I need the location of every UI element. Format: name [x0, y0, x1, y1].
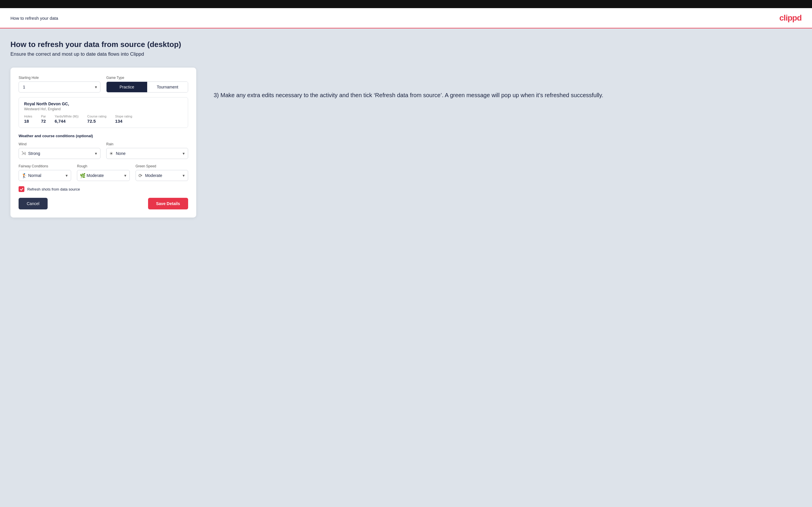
- slope-rating-value: 134: [115, 119, 133, 123]
- rain-label: Rain: [106, 142, 188, 146]
- fairway-group: Fairway Conditions 🏌 Normal Dry Wet: [18, 164, 71, 181]
- page-heading: How to refresh your data from source (de…: [10, 40, 802, 49]
- starting-hole-group: Starting Hole 1 10: [18, 76, 100, 93]
- course-stat-holes: Holes 18: [24, 115, 32, 123]
- weather-section-heading: Weather and course conditions (optional): [18, 134, 188, 138]
- refresh-checkbox[interactable]: [18, 186, 24, 192]
- starting-hole-label: Starting Hole: [18, 76, 100, 80]
- content-row: Starting Hole 1 10 Game Type Practice To…: [10, 68, 802, 218]
- course-rating-label: Course rating: [87, 115, 107, 118]
- wind-label: Wind: [18, 142, 100, 146]
- form-card: Starting Hole 1 10 Game Type Practice To…: [10, 68, 196, 218]
- rain-group: Rain ☀ None Light Moderate Heavy: [106, 142, 188, 159]
- yards-label: Yards/White (M)): [55, 115, 79, 118]
- course-location: Westward Ho!, England: [24, 107, 183, 111]
- refresh-checkbox-row: Refresh shots from data source: [18, 186, 188, 192]
- rough-select-wrapper: 🌿 Moderate Short Long: [77, 170, 130, 181]
- practice-button[interactable]: Practice: [107, 82, 147, 92]
- holes-label: Holes: [24, 115, 32, 118]
- course-stats: Holes 18 Par 72 Yards/White (M)) 6,744 C…: [24, 115, 183, 123]
- game-type-label: Game Type: [106, 76, 188, 80]
- refresh-checkbox-label: Refresh shots from data source: [27, 187, 80, 191]
- fairway-select-wrapper: 🏌 Normal Dry Wet: [18, 170, 71, 181]
- course-rating-value: 72.5: [87, 119, 107, 123]
- logo: clippd: [779, 13, 802, 22]
- green-speed-group: Green Speed ⟳ Moderate Slow Fast: [136, 164, 188, 181]
- save-button[interactable]: Save Details: [148, 198, 189, 210]
- green-speed-label: Green Speed: [136, 164, 188, 168]
- starting-hole-select[interactable]: 1 10: [18, 81, 100, 93]
- rain-select-wrapper: ☀ None Light Moderate Heavy: [106, 148, 188, 159]
- rain-select[interactable]: None Light Moderate Heavy: [106, 148, 188, 159]
- header-title: How to refresh your data: [10, 16, 58, 20]
- wind-rain-row: Wind 🌬 Strong None Light Moderate Rain: [18, 142, 188, 159]
- conditions-row: Fairway Conditions 🏌 Normal Dry Wet Roug…: [18, 164, 188, 181]
- holes-value: 18: [24, 119, 32, 123]
- course-stat-slope-rating: Slope rating 134: [115, 115, 133, 123]
- wind-select-wrapper: 🌬 Strong None Light Moderate: [18, 148, 100, 159]
- top-bar: [0, 0, 812, 8]
- instruction-text: 3) Make any extra edits necessary to the…: [214, 91, 802, 100]
- main-content: How to refresh your data from source (de…: [0, 29, 812, 507]
- wind-group: Wind 🌬 Strong None Light Moderate: [18, 142, 100, 159]
- rough-label: Rough: [77, 164, 130, 168]
- instruction-box: 3) Make any extra edits necessary to the…: [214, 68, 802, 100]
- rough-group: Rough 🌿 Moderate Short Long: [77, 164, 130, 181]
- green-speed-select[interactable]: Moderate Slow Fast: [136, 170, 188, 181]
- game-type-toggle: Practice Tournament: [106, 81, 188, 93]
- header: How to refresh your data clippd: [0, 8, 812, 29]
- slope-rating-label: Slope rating: [115, 115, 133, 118]
- course-stat-course-rating: Course rating 72.5: [87, 115, 107, 123]
- game-type-group: Game Type Practice Tournament: [106, 76, 188, 93]
- action-row: Cancel Save Details: [18, 198, 188, 210]
- course-stat-par: Par 72: [41, 115, 46, 123]
- page-subheading: Ensure the correct and most up to date d…: [10, 51, 802, 57]
- course-info-box: Royal North Devon GC, Westward Ho!, Engl…: [18, 97, 188, 128]
- fairway-label: Fairway Conditions: [18, 164, 71, 168]
- yards-value: 6,744: [55, 119, 79, 123]
- rough-select[interactable]: Moderate Short Long: [77, 170, 130, 181]
- starting-hole-row: Starting Hole 1 10 Game Type Practice To…: [18, 76, 188, 93]
- par-label: Par: [41, 115, 46, 118]
- wind-select[interactable]: Strong None Light Moderate: [18, 148, 100, 159]
- starting-hole-select-wrapper: 1 10: [18, 81, 100, 93]
- course-name: Royal North Devon GC,: [24, 102, 183, 106]
- green-speed-select-wrapper: ⟳ Moderate Slow Fast: [136, 170, 188, 181]
- tournament-button[interactable]: Tournament: [147, 82, 188, 92]
- fairway-select[interactable]: Normal Dry Wet: [18, 170, 71, 181]
- course-stat-yards: Yards/White (M)) 6,744: [55, 115, 79, 123]
- cancel-button[interactable]: Cancel: [18, 198, 48, 210]
- par-value: 72: [41, 119, 46, 123]
